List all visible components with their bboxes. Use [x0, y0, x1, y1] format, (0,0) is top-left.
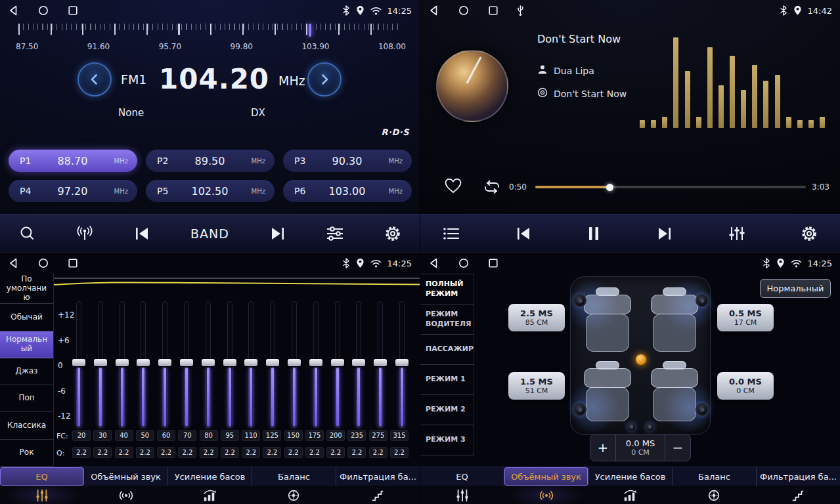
recents-button[interactable]: [487, 5, 499, 16]
sf-mode-item[interactable]: ПОЛНЫЙ РЕЖИМ: [420, 274, 474, 304]
slider-handle[interactable]: [395, 359, 409, 366]
delay-front-left[interactable]: 2.5 MS 85 CM: [508, 304, 565, 331]
surround-icon[interactable]: [504, 486, 588, 504]
surround-icon[interactable]: [84, 486, 168, 504]
radio-preset-P4[interactable]: P497.20MHz: [9, 180, 137, 202]
eq-band-slider-11[interactable]: [288, 301, 301, 429]
tab-eq[interactable]: EQ: [420, 467, 504, 486]
mixer-button[interactable]: [728, 226, 745, 242]
previous-track-button[interactable]: [515, 226, 532, 242]
eq-preset-item[interactable]: Рок: [0, 440, 53, 467]
eq-preset-item[interactable]: Классика: [0, 412, 53, 439]
home-button[interactable]: [37, 257, 49, 269]
favorite-button[interactable]: [444, 177, 462, 197]
eq-band-slider-15[interactable]: [374, 301, 387, 429]
eq-icon[interactable]: [0, 486, 84, 504]
eq-band-slider-9[interactable]: [244, 301, 257, 429]
home-button[interactable]: [458, 257, 470, 269]
tab-surround[interactable]: Объёмный звук: [84, 467, 168, 486]
balance-icon[interactable]: [672, 486, 756, 504]
slider-handle[interactable]: [309, 359, 322, 366]
bass-boost-icon[interactable]: [588, 486, 673, 504]
recents-button[interactable]: [487, 257, 499, 269]
radio-preset-P3[interactable]: P390.30MHz: [283, 150, 412, 172]
eq-band-slider-1[interactable]: [72, 301, 85, 429]
sf-mode-item[interactable]: ПАССАЖИР: [420, 335, 474, 365]
eq-band-slider-14[interactable]: [352, 301, 365, 429]
frequency-pointer[interactable]: [309, 24, 311, 37]
scan-button[interactable]: [18, 225, 35, 242]
radio-preset-P5[interactable]: P5102.50MHz: [146, 180, 275, 202]
eq-band-slider-13[interactable]: [331, 301, 344, 429]
sf-preset-button[interactable]: Нормальный: [760, 279, 831, 298]
frequency-ruler[interactable]: [18, 24, 402, 39]
radio-preset-P2[interactable]: P289.50MHz: [146, 150, 275, 172]
previous-station-button[interactable]: [133, 226, 150, 242]
slider-handle[interactable]: [374, 359, 387, 366]
tab-eq[interactable]: EQ: [0, 467, 84, 486]
recents-button[interactable]: [67, 5, 79, 16]
delay-front-right[interactable]: 0.5 MS 17 CM: [717, 304, 774, 331]
slider-handle[interactable]: [202, 359, 215, 366]
tab-balance[interactable]: Баланс: [252, 467, 336, 486]
eq-preset-item[interactable]: По умолчанию: [0, 274, 53, 304]
slider-handle[interactable]: [137, 359, 150, 366]
slider-handle[interactable]: [116, 359, 129, 366]
sf-mode-item[interactable]: РЕЖИМ 2: [420, 395, 474, 425]
filter-icon[interactable]: [336, 486, 420, 504]
broadcast-button[interactable]: [76, 225, 94, 242]
eq-band-slider-16[interactable]: [395, 301, 409, 429]
slider-handle[interactable]: [94, 359, 107, 366]
tab-bass-boost[interactable]: Усиление басов: [168, 467, 252, 486]
settings-gear-button[interactable]: [801, 225, 818, 242]
eq-band-slider-12[interactable]: [309, 301, 322, 429]
delay-increase-button[interactable]: +: [590, 434, 615, 461]
eq-band-slider-4[interactable]: [137, 301, 150, 429]
band-button[interactable]: BAND: [190, 226, 229, 241]
tab-filter[interactable]: Фильтрация ба...: [336, 467, 420, 486]
slider-handle[interactable]: [288, 359, 301, 366]
tab-surround[interactable]: Объёмный звук: [504, 467, 588, 486]
slider-handle[interactable]: [244, 359, 257, 366]
tune-settings-button[interactable]: [326, 226, 344, 242]
home-button[interactable]: [37, 5, 49, 16]
delay-rear-right[interactable]: 0.0 MS 0 CM: [717, 372, 774, 400]
slider-handle[interactable]: [266, 359, 279, 366]
eq-preset-item[interactable]: Нормальный: [0, 331, 53, 358]
progress-knob[interactable]: [606, 184, 613, 191]
listening-position-dot[interactable]: [636, 354, 646, 365]
slider-handle[interactable]: [352, 359, 365, 366]
back-button[interactable]: [428, 5, 440, 16]
sf-mode-item[interactable]: РЕЖИМ 1: [420, 365, 474, 395]
recents-button[interactable]: [67, 257, 79, 269]
settings-gear-button[interactable]: [384, 225, 401, 242]
back-button[interactable]: [8, 5, 20, 16]
progress-bar[interactable]: [535, 186, 806, 188]
eq-band-slider-10[interactable]: [266, 301, 279, 429]
filter-icon[interactable]: [756, 486, 840, 504]
radio-preset-P6[interactable]: P6103.00MHz: [283, 180, 412, 202]
eq-band-slider-5[interactable]: [158, 301, 171, 429]
sf-mode-item[interactable]: РЕЖИМ 3: [420, 425, 474, 455]
tab-balance[interactable]: Баланс: [673, 467, 757, 486]
tab-bass-boost[interactable]: Усиление басов: [588, 467, 673, 486]
tab-filter[interactable]: Фильтрация ба...: [757, 467, 840, 486]
eq-icon[interactable]: [420, 486, 504, 504]
slider-handle[interactable]: [223, 359, 236, 366]
back-button[interactable]: [8, 257, 20, 269]
eq-preset-item[interactable]: Обычай: [0, 304, 53, 331]
slider-handle[interactable]: [180, 359, 193, 366]
slider-handle[interactable]: [72, 359, 85, 366]
home-button[interactable]: [458, 5, 470, 16]
bass-boost-icon[interactable]: [168, 486, 252, 504]
eq-band-slider-8[interactable]: [223, 301, 236, 429]
pause-button[interactable]: [587, 226, 600, 242]
eq-preset-item[interactable]: Джаз: [0, 358, 53, 385]
eq-band-slider-2[interactable]: [94, 301, 107, 429]
slider-handle[interactable]: [331, 359, 344, 366]
eq-preset-item[interactable]: Поп: [0, 385, 53, 412]
eq-band-slider-3[interactable]: [116, 301, 129, 429]
playlist-button[interactable]: [443, 226, 460, 241]
back-button[interactable]: [428, 257, 440, 269]
delay-decrease-button[interactable]: −: [665, 434, 690, 461]
